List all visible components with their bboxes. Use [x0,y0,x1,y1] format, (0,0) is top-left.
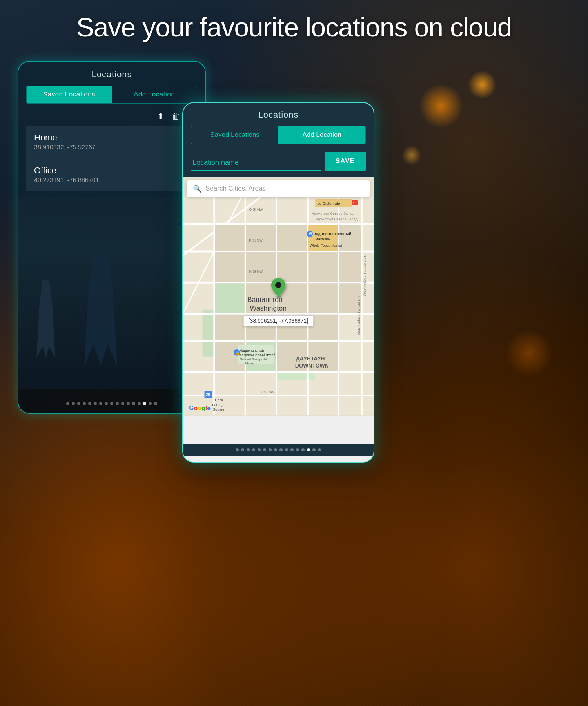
svg-text:DOWNTOWN: DOWNTOWN [295,362,329,369]
p2-dot-12 [296,448,299,451]
p2-dot-2 [241,448,244,451]
p2-dot-6 [263,448,266,451]
svg-text:N St NW: N St NW [249,269,263,273]
google-letter-g2: g [201,405,205,411]
google-letter-g: G [189,405,194,411]
svg-text:K St NW: K St NW [261,390,274,394]
office-info: Office 40.273191, -76.886701 [34,166,99,184]
map-pin [271,278,285,299]
tab-add-location[interactable]: Add Location [112,86,197,103]
hiker-figure-1 [30,280,62,358]
office-name: Office [34,166,99,176]
google-letter-o1: o [194,405,198,411]
phone-1-device: Locations Saved Locations Add Location ⬆… [18,61,206,414]
home-name: Home [34,133,96,143]
dot-10 [116,402,119,405]
page-headline: Save your favourite locations on cloud [0,12,588,42]
svg-text:National Geographic: National Geographic [240,358,268,361]
svg-text:Q St NW: Q St NW [249,207,263,211]
svg-text:магазин: магазин [315,237,330,241]
svg-rect-20 [246,225,276,250]
location-input-row: SAVE [191,150,366,171]
svg-text:Черч-стрит Северо-Запад: Черч-стрит Северо-Запад [311,211,354,215]
svg-text:🔒: 🔒 [235,350,240,355]
dot-1 [66,402,69,405]
home-info: Home 38.910832, -75.52767 [34,133,96,151]
svg-text:!: ! [353,200,354,205]
svg-text:ДАУНТАУН: ДАУНТАУН [296,355,325,362]
svg-rect-21 [277,225,307,250]
tab-saved-locations[interactable]: Saved Locations [27,86,112,103]
dot-4 [83,402,86,405]
search-icon: 🔍 [193,184,201,193]
map-search-placeholder: Search Cities, Areas [205,185,266,193]
svg-rect-28 [339,252,361,282]
svg-text:географический музей: географический музей [239,353,275,357]
svg-rect-29 [215,283,244,313]
p2-dot-3 [247,448,250,451]
phone2-title: Locations [191,110,366,120]
phone-2-device: Locations Saved Locations Add Location S… [182,102,374,463]
svg-text:Парк: Парк [215,398,223,402]
dot-5 [88,402,91,405]
map-container[interactable]: 🔍 Search Cities, Areas [183,176,374,416]
phone2-tabs: Saved Locations Add Location [191,126,366,144]
p2-dot-8 [274,448,277,451]
location-item-home[interactable]: Home 38.910832, -75.52767 › [26,126,197,158]
dot-13 [132,402,135,405]
location-item-office[interactable]: Office 40.273191, -76.886701 › [26,158,197,191]
tab-saved-locations-p2[interactable]: Saved Locations [191,126,278,144]
svg-text:Whole Foods Market: Whole Foods Market [310,244,342,247]
svg-text:Продовольственный: Продовольственный [310,231,351,236]
delete-icon[interactable]: 🗑 [172,111,180,122]
phone2-dots [183,444,374,456]
dot-11 [121,402,124,405]
svg-text:Le Diplomate: Le Diplomate [317,201,340,206]
dot-12 [127,402,130,405]
google-letter-o2: o [198,405,201,411]
svg-text:P St NW: P St NW [249,238,263,242]
location-name-input[interactable] [191,155,321,171]
svg-text:M: M [308,231,312,236]
phone1-tabs: Saved Locations Add Location [26,86,197,104]
p2-dot-4 [252,448,255,451]
p2-dot-7 [269,448,272,451]
dot-8 [105,402,108,405]
p2-dot-14 [307,448,310,451]
google-logo: Google [189,405,211,412]
save-button[interactable]: SAVE [325,152,366,171]
p2-dot-15 [312,448,316,451]
phone1-dots [18,402,205,405]
dot-16 [149,402,152,405]
tab-add-location-p2[interactable]: Add Location [278,126,365,144]
dot-9 [110,402,113,405]
phone2-header: Locations Saved Locations Add Location S… [183,103,374,176]
p2-dot-1 [236,448,239,451]
p2-dot-11 [290,448,294,451]
svg-text:Farragut: Farragut [212,403,225,407]
svg-text:Washington: Washington [250,304,287,312]
google-letter-e: e [207,405,211,411]
svg-text:15-я стрит Северо-Запад: 15-я стрит Северо-Запад [357,294,361,335]
svg-text:Черч-стрит Северо-Запад: Черч-стрит Северо-Запад [315,217,358,221]
phone1-title: Locations [26,69,197,80]
svg-text:17-я стрит Северо-Запад: 17-я стрит Северо-Запад [363,255,367,297]
svg-rect-26 [277,252,307,282]
p2-dot-13 [301,448,305,451]
svg-rect-24 [215,252,244,282]
p2-dot-10 [285,448,288,451]
svg-rect-34 [215,315,244,340]
svg-rect-23 [339,225,361,250]
svg-point-78 [275,282,281,288]
svg-rect-25 [246,252,276,282]
dot-14 [138,402,141,405]
home-coords: 38.910832, -75.52767 [34,144,96,151]
phone1-toolbar: ⬆ 🗑 ↗ [26,109,197,126]
svg-rect-19 [215,225,244,250]
dot-6 [94,402,97,405]
map-search-bar[interactable]: 🔍 Search Cities, Areas [187,180,370,197]
upload-icon[interactable]: ⬆ [157,111,164,122]
coords-bubble: [38.906251, -77.036871] [243,315,314,326]
svg-text:29: 29 [206,392,211,397]
p2-dot-9 [279,448,283,451]
